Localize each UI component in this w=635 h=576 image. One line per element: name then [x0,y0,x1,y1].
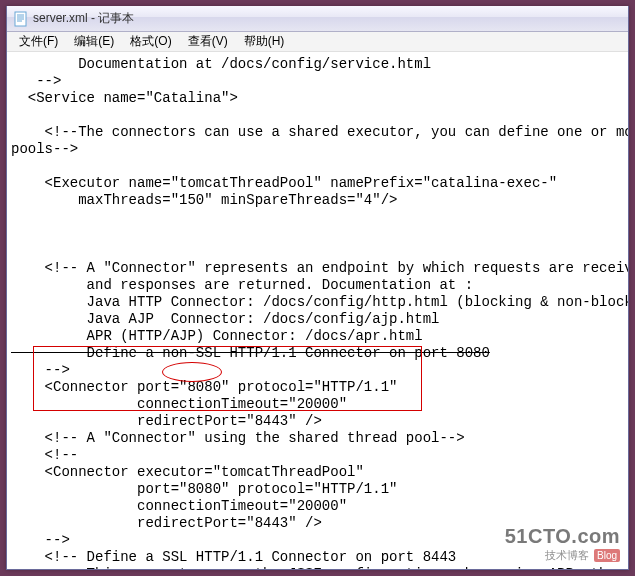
editor-area[interactable]: Documentation at /docs/config/service.ht… [7,52,628,569]
menu-view[interactable]: 查看(V) [180,31,236,52]
notepad-window: server.xml - 记事本 文件(F) 编辑(E) 格式(O) 查看(V)… [6,6,629,570]
struck-line: Define a non-SSL HTTP/1.1 Connector on p… [11,345,490,361]
menu-edit[interactable]: 编辑(E) [66,31,122,52]
menu-file[interactable]: 文件(F) [11,31,66,52]
menu-help[interactable]: 帮助(H) [236,31,293,52]
notepad-icon [13,11,29,27]
window-title: server.xml - 记事本 [33,10,134,27]
titlebar[interactable]: server.xml - 记事本 [7,6,628,32]
menubar: 文件(F) 编辑(E) 格式(O) 查看(V) 帮助(H) [7,32,628,52]
menu-format[interactable]: 格式(O) [122,31,179,52]
